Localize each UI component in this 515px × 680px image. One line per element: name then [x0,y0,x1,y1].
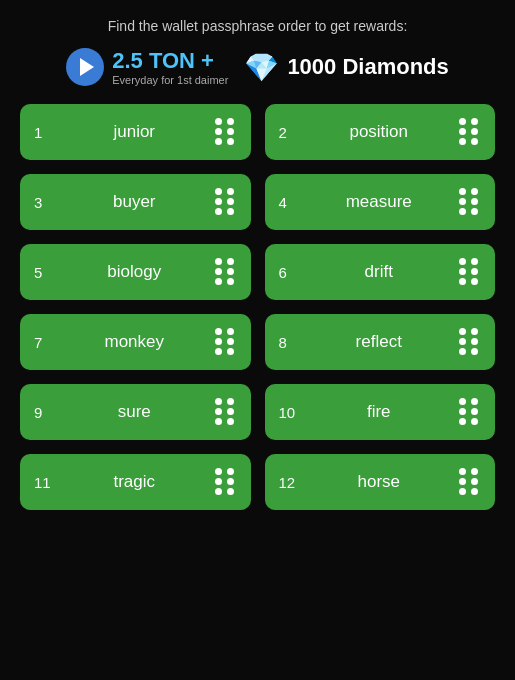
instruction-text: Find the wallet passphrase order to get … [10,18,505,34]
word-number: 10 [279,404,299,421]
dice-icon [459,188,481,216]
word-card[interactable]: 6drift [265,244,496,300]
word-number: 12 [279,474,299,491]
word-number: 8 [279,334,299,351]
word-label: sure [54,402,215,422]
dice-icon [459,468,481,496]
dice-icon [215,398,237,426]
word-card[interactable]: 12horse [265,454,496,510]
word-number: 1 [34,124,54,141]
word-label: reflect [299,332,460,352]
word-label: monkey [54,332,215,352]
word-card[interactable]: 4measure [265,174,496,230]
ton-section: 2.5 TON + Everyday for 1st daimer [66,48,228,86]
diamond-text: 1000 Diamonds [287,54,448,80]
dice-icon [215,258,237,286]
word-label: junior [54,122,215,142]
word-card[interactable]: 10fire [265,384,496,440]
word-number: 7 [34,334,54,351]
ton-sub: Everyday for 1st daimer [112,74,228,86]
word-label: measure [299,192,460,212]
ton-text: 2.5 TON + Everyday for 1st daimer [112,48,228,86]
word-number: 6 [279,264,299,281]
word-label: drift [299,262,460,282]
word-card[interactable]: 8reflect [265,314,496,370]
dice-icon [215,188,237,216]
word-number: 9 [34,404,54,421]
dice-icon [459,258,481,286]
word-label: biology [54,262,215,282]
word-number: 2 [279,124,299,141]
dice-icon [459,328,481,356]
word-label: fire [299,402,460,422]
play-icon [66,48,104,86]
word-label: buyer [54,192,215,212]
dice-icon [215,468,237,496]
word-card[interactable]: 7monkey [20,314,251,370]
diamond-icon: 💎 [244,51,279,84]
word-card[interactable]: 1junior [20,104,251,160]
word-label: tragic [54,472,215,492]
word-number: 4 [279,194,299,211]
word-label: horse [299,472,460,492]
ton-amount: 2.5 TON + [112,48,228,74]
word-number: 5 [34,264,54,281]
word-card[interactable]: 5biology [20,244,251,300]
word-number: 3 [34,194,54,211]
word-card[interactable]: 3buyer [20,174,251,230]
word-label: position [299,122,460,142]
word-number: 11 [34,474,54,491]
word-card[interactable]: 9sure [20,384,251,440]
rewards-row: 2.5 TON + Everyday for 1st daimer 💎 1000… [66,44,449,94]
word-card[interactable]: 2position [265,104,496,160]
dice-icon [215,328,237,356]
diamond-section: 💎 1000 Diamonds [244,51,448,84]
word-card[interactable]: 11tragic [20,454,251,510]
header-section: Find the wallet passphrase order to get … [0,0,515,44]
words-grid: 1junior2position3buyer4measure5biology6d… [0,94,515,520]
dice-icon [459,398,481,426]
dice-icon [459,118,481,146]
dice-icon [215,118,237,146]
